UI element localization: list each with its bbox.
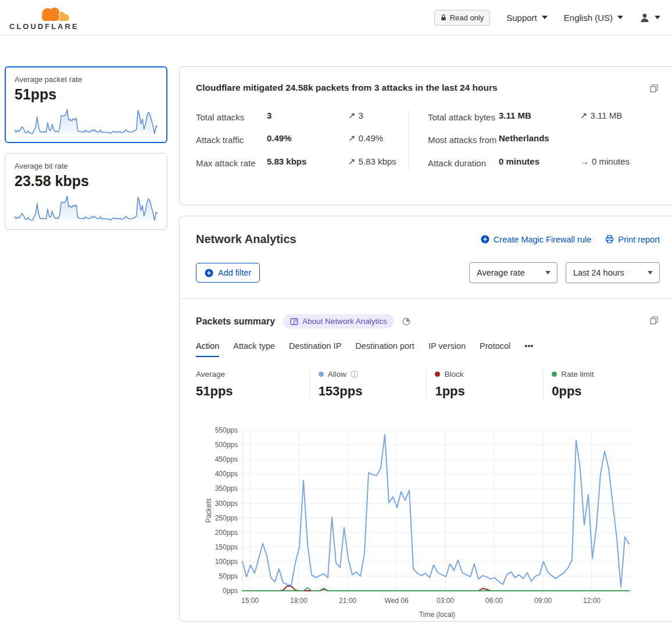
time-range-select-value: Last 24 hours — [573, 268, 624, 277]
svg-text:550pps: 550pps — [215, 426, 238, 434]
cloudflare-logo[interactable]: CLOUDFLARE — [9, 5, 79, 30]
summary-stats-left: Total attacks 3 ↗3 Attack traffic 0.49% … — [196, 110, 409, 170]
copy-summary-button[interactable] — [648, 83, 660, 96]
metric-select[interactable]: Average rate — [469, 262, 557, 283]
svg-text:150pps: 150pps — [215, 543, 238, 551]
plus-circle-icon — [205, 269, 213, 277]
stat-change: ↗3 — [348, 110, 409, 124]
packets-summary-title: Packets summary — [196, 316, 275, 327]
stat-label: Most attacks from — [428, 133, 499, 147]
content-column: Cloudflare mitigated 24.58k packets from… — [179, 66, 672, 622]
network-analytics-card: Network Analytics Create Magic Firewall … — [179, 216, 672, 622]
svg-text:03:00: 03:00 — [437, 597, 454, 605]
stat-block: Block 1pps — [426, 370, 543, 399]
svg-text:06:00: 06:00 — [485, 597, 503, 605]
packets-time-series-chart: 0pps50pps100pps150pps200pps250pps300pps3… — [196, 423, 655, 621]
tab-protocol[interactable]: Protocol — [480, 341, 510, 357]
svg-text:Packets: Packets — [205, 498, 213, 523]
info-icon[interactable] — [351, 370, 358, 378]
mitigation-summary-card: Cloudflare mitigated 24.58k packets from… — [179, 66, 672, 205]
time-range-select[interactable]: Last 24 hours — [566, 262, 660, 283]
copy-icon — [649, 316, 659, 325]
caret-down-icon — [648, 271, 653, 274]
language-menu[interactable]: English (US) — [564, 13, 623, 23]
stat-value: 5.83 kbps — [267, 156, 348, 170]
svg-text:100pps: 100pps — [215, 558, 238, 566]
tab-more[interactable]: ••• — [524, 341, 533, 357]
create-rule-label: Create Magic Firewall rule — [494, 235, 591, 244]
stat-change: ↗3.11 MB — [580, 110, 660, 124]
stat-value: 0.49% — [267, 133, 348, 147]
support-label: Support — [506, 13, 537, 23]
packets-tabs: Action Attack type Destination IP Destin… — [196, 341, 660, 357]
rate-limit-dot-icon — [552, 372, 557, 377]
stat-label: Attack traffic — [196, 133, 267, 147]
top-header: CLOUDFLARE Read only Support English (US… — [0, 0, 672, 35]
stat-average: Average 51pps — [196, 370, 310, 399]
print-report-link[interactable]: Print report — [605, 235, 660, 244]
stat-value: 1pps — [435, 384, 543, 399]
svg-text:400pps: 400pps — [215, 470, 238, 478]
stat-change-value: 0 minutes — [592, 156, 630, 166]
tab-destination-port[interactable]: Destination port — [355, 341, 414, 357]
stat-allow: Allow 153pps — [310, 370, 427, 399]
trend-up-icon: ↗ — [348, 156, 356, 167]
svg-text:15:00: 15:00 — [241, 597, 259, 605]
stat-value: 51pps — [196, 384, 310, 399]
metric-select-value: Average rate — [477, 268, 525, 277]
read-only-badge: Read only — [434, 10, 491, 26]
metric-card-column: Average packet rate 51pps Average bit ra… — [5, 66, 167, 230]
stat-value: Netherlands — [499, 133, 580, 147]
metric-value: 23.58 kbps — [15, 173, 158, 190]
stat-label: Attack duration — [428, 156, 499, 170]
tab-destination-ip[interactable]: Destination IP — [289, 341, 341, 357]
svg-text:350pps: 350pps — [215, 484, 238, 493]
stat-change-value: 5.83 kbps — [359, 156, 396, 166]
bit-rate-sparkline — [15, 192, 158, 224]
trend-up-icon: ↗ — [348, 133, 356, 144]
stat-value: 0pps — [552, 384, 660, 399]
stat-change-value: 3.11 MB — [591, 110, 623, 120]
svg-text:500pps: 500pps — [215, 441, 238, 449]
add-filter-button[interactable]: Add filter — [196, 263, 260, 283]
mitigation-summary-title: Cloudflare mitigated 24.58k packets from… — [196, 83, 498, 93]
svg-text:12:00: 12:00 — [583, 597, 600, 605]
printer-icon — [605, 235, 614, 244]
about-network-analytics-badge[interactable]: About Network Analytics — [283, 314, 394, 329]
stat-change: ↗0.49% — [348, 133, 409, 147]
stat-change — [580, 133, 660, 147]
badge-label: About Network Analytics — [302, 317, 387, 326]
stat-label: Block — [444, 370, 463, 379]
clock-icon[interactable] — [402, 317, 410, 326]
account-menu[interactable] — [639, 13, 660, 23]
tab-ip-version[interactable]: IP version — [428, 341, 466, 357]
user-icon — [639, 13, 650, 23]
stat-label: Allow — [328, 370, 346, 379]
copy-icon — [649, 84, 659, 93]
stat-value: 0 minutes — [499, 156, 580, 170]
average-bit-rate-card[interactable]: Average bit rate 23.58 kbps — [5, 153, 167, 230]
average-packet-rate-card[interactable]: Average packet rate 51pps — [5, 66, 167, 143]
metric-value: 51pps — [15, 86, 158, 103]
metric-label: Average packet rate — [15, 75, 158, 84]
read-only-label: Read only — [450, 13, 484, 22]
network-analytics-title: Network Analytics — [196, 233, 296, 246]
block-dot-icon — [435, 372, 440, 377]
support-menu[interactable]: Support — [506, 13, 548, 23]
logo-wordmark: CLOUDFLARE — [9, 23, 79, 30]
packets-chart-area: 0pps50pps100pps150pps200pps250pps300pps3… — [196, 423, 660, 621]
create-magic-firewall-rule-link[interactable]: Create Magic Firewall rule — [481, 235, 591, 244]
trend-up-icon: ↗ — [580, 110, 588, 121]
tab-attack-type[interactable]: Attack type — [233, 341, 275, 357]
metric-label: Average bit rate — [15, 162, 158, 170]
svg-text:50pps: 50pps — [219, 572, 238, 580]
packets-stat-row: Average 51pps Allow — [196, 370, 660, 399]
tab-action[interactable]: Action — [196, 341, 219, 357]
svg-text:250pps: 250pps — [215, 514, 238, 522]
copy-packets-button[interactable] — [648, 315, 660, 328]
add-filter-label: Add filter — [218, 268, 251, 277]
cloudflare-cloud-icon — [37, 6, 71, 22]
caret-down-icon — [655, 16, 660, 19]
packets-summary-section: Packets summary About Network Analytics — [180, 299, 672, 621]
book-icon — [290, 318, 298, 325]
